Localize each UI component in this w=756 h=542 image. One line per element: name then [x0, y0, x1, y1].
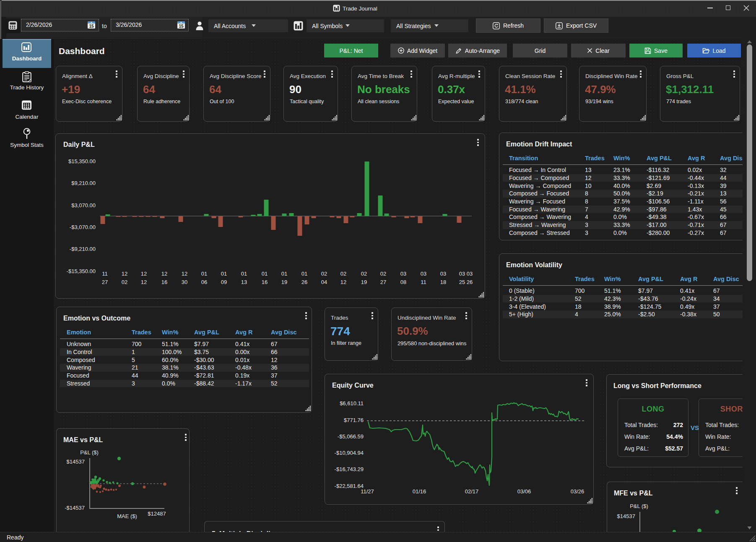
svg-text:$14537: $14537	[67, 459, 85, 465]
svg-text:02/17: 02/17	[465, 488, 479, 495]
svg-text:12: 12	[122, 271, 127, 277]
svg-text:P&L ($): P&L ($)	[630, 503, 648, 509]
svg-text:25: 25	[459, 279, 465, 285]
svg-text:12: 12	[141, 271, 147, 277]
svg-text:$12487: $12487	[148, 511, 166, 517]
svg-text:-$5,066.59: -$5,066.59	[338, 433, 364, 440]
svg-text:12: 12	[141, 279, 147, 285]
svg-text:12: 12	[161, 271, 167, 277]
svg-text:19: 19	[281, 279, 287, 285]
svg-text:-$22,581.64: -$22,581.64	[335, 483, 364, 489]
svg-text:02: 02	[340, 271, 346, 277]
svg-text:$15,350.00: $15,350.00	[68, 158, 96, 164]
svg-text:P&L ($): P&L ($)	[80, 449, 99, 456]
svg-text:03/26: 03/26	[571, 488, 585, 495]
svg-text:-$3,070.00: -$3,070.00	[70, 224, 96, 230]
svg-text:02: 02	[380, 271, 386, 277]
svg-text:16: 16	[161, 279, 167, 285]
svg-text:MAE ($): MAE ($)	[117, 513, 137, 519]
svg-text:-$9,210.00: -$9,210.00	[70, 246, 96, 252]
svg-text:26: 26	[301, 279, 307, 285]
svg-text:15: 15	[179, 24, 184, 29]
svg-text:09: 09	[221, 279, 227, 285]
svg-text:02: 02	[122, 279, 127, 285]
svg-text:03/06: 03/06	[517, 488, 531, 495]
svg-text:02: 02	[321, 271, 327, 277]
svg-text:$6,610.11: $6,610.11	[340, 400, 364, 406]
svg-text:13: 13	[241, 279, 247, 285]
svg-text:01/16: 01/16	[413, 488, 426, 495]
svg-text:$9,210.00: $9,210.00	[71, 180, 96, 186]
svg-text:01: 01	[301, 271, 307, 277]
svg-text:$14537: $14537	[617, 513, 635, 519]
svg-text:-$10,904.94: -$10,904.94	[335, 450, 364, 456]
svg-text:$771.76: $771.76	[344, 417, 364, 423]
svg-text:-$14537: -$14537	[65, 505, 85, 511]
svg-text:02: 02	[361, 271, 367, 277]
svg-text:27: 27	[102, 279, 108, 285]
svg-text:26: 26	[467, 279, 473, 285]
svg-text:11: 11	[102, 271, 108, 277]
svg-text:11/27: 11/27	[361, 488, 374, 495]
svg-text:03: 03	[440, 271, 446, 277]
svg-text:27: 27	[380, 279, 386, 285]
svg-text:18: 18	[440, 279, 446, 285]
svg-text:03: 03	[459, 271, 465, 277]
svg-text:01: 01	[201, 271, 207, 277]
svg-text:08: 08	[400, 279, 406, 285]
svg-text:11: 11	[421, 279, 426, 285]
svg-text:12: 12	[340, 279, 346, 285]
svg-text:30: 30	[182, 279, 187, 285]
svg-text:-$15,350.00: -$15,350.00	[67, 268, 96, 274]
svg-text:03: 03	[467, 271, 473, 277]
svg-text:04: 04	[321, 279, 327, 285]
svg-text:01: 01	[241, 271, 247, 277]
svg-text:03: 03	[400, 271, 406, 277]
svg-text:16: 16	[262, 279, 268, 285]
svg-text:01: 01	[262, 271, 268, 277]
svg-text:-$16,743.29: -$16,743.29	[335, 466, 364, 472]
svg-text:01: 01	[221, 271, 227, 277]
svg-text:06: 06	[201, 279, 207, 285]
svg-text:$3,070.00: $3,070.00	[71, 202, 96, 208]
svg-text:19: 19	[361, 279, 367, 285]
svg-text:01: 01	[281, 271, 287, 277]
svg-text:15: 15	[89, 24, 94, 29]
svg-text:03: 03	[421, 271, 426, 277]
svg-text:12: 12	[182, 271, 187, 277]
